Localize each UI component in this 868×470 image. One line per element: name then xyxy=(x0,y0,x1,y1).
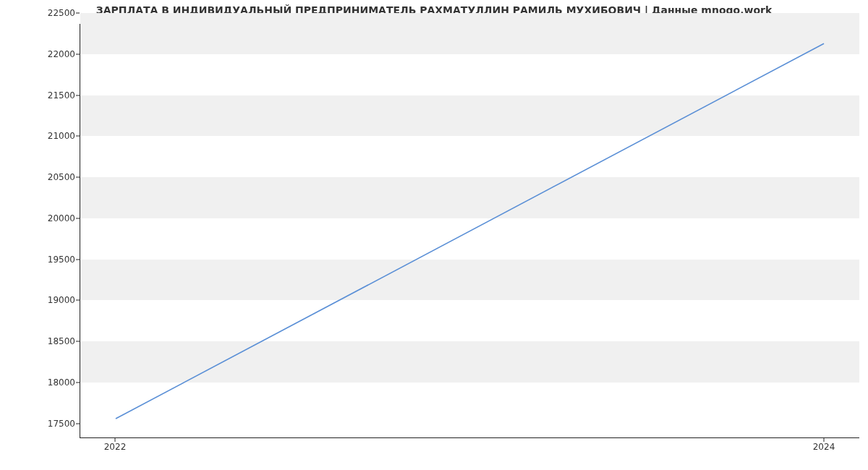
x-tick-label: 2022 xyxy=(104,442,127,452)
y-tick-mark xyxy=(76,423,80,424)
data-line xyxy=(116,43,824,419)
y-tick-mark xyxy=(76,382,80,383)
y-tick-mark xyxy=(76,177,80,178)
y-tick-label: 20500 xyxy=(32,172,75,182)
y-tick-label: 18500 xyxy=(32,336,75,346)
y-tick-label: 21500 xyxy=(32,90,75,101)
y-tick-label: 21000 xyxy=(32,131,75,141)
y-tick-mark xyxy=(76,341,80,342)
y-tick-label: 22500 xyxy=(32,8,75,18)
y-tick-mark xyxy=(76,218,80,218)
plot-area xyxy=(80,24,859,438)
y-tick-mark xyxy=(76,54,80,54)
x-tick-mark xyxy=(115,438,116,442)
y-tick-label: 18000 xyxy=(32,377,75,388)
y-tick-label: 17500 xyxy=(32,419,75,429)
y-tick-mark xyxy=(76,95,80,95)
y-tick-label: 19500 xyxy=(32,255,75,265)
y-tick-mark xyxy=(76,300,80,301)
x-tick-mark xyxy=(824,438,825,442)
line-series xyxy=(80,24,859,437)
y-tick-mark xyxy=(76,13,80,14)
chart-figure: ЗАРПЛАТА В ИНДИВИДУАЛЬНЫЙ ПРЕДПРИНИМАТЕЛ… xyxy=(0,0,868,470)
y-tick-label: 22000 xyxy=(32,49,75,59)
y-tick-label: 20000 xyxy=(32,213,75,223)
y-tick-label: 19000 xyxy=(32,295,75,305)
y-tick-mark xyxy=(76,259,80,260)
y-tick-mark xyxy=(76,136,80,137)
x-tick-label: 2024 xyxy=(813,442,835,452)
